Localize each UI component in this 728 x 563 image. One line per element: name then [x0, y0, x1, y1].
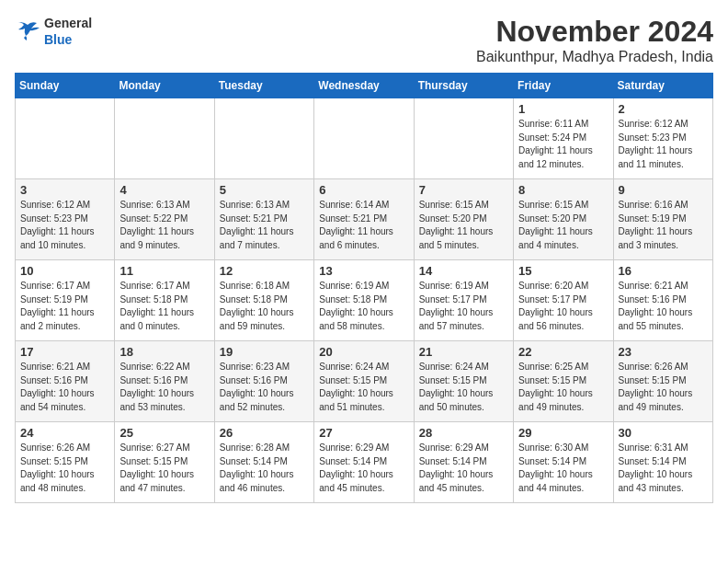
- day-number: 29: [518, 426, 608, 440]
- day-info: Sunrise: 6:31 AM Sunset: 5:14 PM Dayligh…: [619, 442, 708, 495]
- day-number: 18: [119, 345, 209, 359]
- month-title: November 2024: [476, 15, 713, 49]
- day-info: Sunrise: 6:21 AM Sunset: 5:16 PM Dayligh…: [619, 280, 708, 333]
- day-number: 7: [419, 183, 508, 197]
- calendar-week-row: 1Sunrise: 6:11 AM Sunset: 5:24 PM Daylig…: [16, 98, 713, 179]
- weekday-header-tuesday: Tuesday: [214, 74, 313, 98]
- day-info: Sunrise: 6:17 AM Sunset: 5:19 PM Dayligh…: [20, 280, 109, 333]
- calendar-cell: 23Sunrise: 6:26 AM Sunset: 5:15 PM Dayli…: [613, 341, 712, 422]
- day-info: Sunrise: 6:29 AM Sunset: 5:14 PM Dayligh…: [319, 442, 408, 495]
- calendar-cell: 16Sunrise: 6:21 AM Sunset: 5:16 PM Dayli…: [613, 260, 712, 341]
- day-info: Sunrise: 6:12 AM Sunset: 5:23 PM Dayligh…: [619, 118, 708, 171]
- calendar-table: SundayMondayTuesdayWednesdayThursdayFrid…: [15, 73, 713, 503]
- calendar-header-row: SundayMondayTuesdayWednesdayThursdayFrid…: [16, 74, 713, 98]
- calendar-week-row: 17Sunrise: 6:21 AM Sunset: 5:16 PM Dayli…: [16, 341, 713, 422]
- calendar-cell: 22Sunrise: 6:25 AM Sunset: 5:15 PM Dayli…: [514, 341, 613, 422]
- weekday-header-friday: Friday: [514, 74, 613, 98]
- day-number: 16: [619, 264, 708, 278]
- day-info: Sunrise: 6:15 AM Sunset: 5:20 PM Dayligh…: [518, 199, 608, 252]
- calendar-cell: [115, 98, 214, 179]
- day-number: 12: [220, 264, 309, 278]
- logo-text: General Blue: [44, 15, 92, 48]
- day-info: Sunrise: 6:19 AM Sunset: 5:17 PM Dayligh…: [419, 280, 508, 333]
- calendar-cell: 18Sunrise: 6:22 AM Sunset: 5:16 PM Dayli…: [115, 341, 214, 422]
- day-number: 25: [119, 426, 209, 440]
- day-number: 30: [619, 426, 708, 440]
- calendar-cell: 8Sunrise: 6:15 AM Sunset: 5:20 PM Daylig…: [514, 179, 613, 260]
- page-header: General Blue November 2024 Baikunthpur, …: [15, 15, 713, 65]
- day-number: 20: [319, 345, 408, 359]
- calendar-cell: 15Sunrise: 6:20 AM Sunset: 5:17 PM Dayli…: [514, 260, 613, 341]
- day-info: Sunrise: 6:14 AM Sunset: 5:21 PM Dayligh…: [319, 199, 408, 252]
- day-info: Sunrise: 6:19 AM Sunset: 5:18 PM Dayligh…: [319, 280, 408, 333]
- day-number: 4: [119, 183, 209, 197]
- day-number: 24: [20, 426, 109, 440]
- day-number: 26: [220, 426, 309, 440]
- day-number: 8: [518, 183, 608, 197]
- calendar-cell: 21Sunrise: 6:24 AM Sunset: 5:15 PM Dayli…: [414, 341, 513, 422]
- day-info: Sunrise: 6:18 AM Sunset: 5:18 PM Dayligh…: [220, 280, 309, 333]
- calendar-cell: 9Sunrise: 6:16 AM Sunset: 5:19 PM Daylig…: [613, 179, 712, 260]
- calendar-cell: 12Sunrise: 6:18 AM Sunset: 5:18 PM Dayli…: [214, 260, 313, 341]
- calendar-cell: 6Sunrise: 6:14 AM Sunset: 5:21 PM Daylig…: [314, 179, 414, 260]
- calendar-cell: 11Sunrise: 6:17 AM Sunset: 5:18 PM Dayli…: [115, 260, 214, 341]
- day-number: 6: [319, 183, 408, 197]
- weekday-header-monday: Monday: [115, 74, 214, 98]
- day-number: 3: [20, 183, 109, 197]
- day-info: Sunrise: 6:30 AM Sunset: 5:14 PM Dayligh…: [518, 442, 608, 495]
- calendar-title-block: November 2024 Baikunthpur, Madhya Prades…: [476, 15, 713, 65]
- day-info: Sunrise: 6:26 AM Sunset: 5:15 PM Dayligh…: [619, 361, 708, 414]
- day-number: 17: [20, 345, 109, 359]
- day-number: 9: [619, 183, 708, 197]
- day-info: Sunrise: 6:13 AM Sunset: 5:21 PM Dayligh…: [220, 199, 309, 252]
- day-info: Sunrise: 6:12 AM Sunset: 5:23 PM Dayligh…: [20, 199, 109, 252]
- day-number: 21: [419, 345, 508, 359]
- day-number: 1: [518, 102, 608, 116]
- day-number: 19: [220, 345, 309, 359]
- day-info: Sunrise: 6:26 AM Sunset: 5:15 PM Dayligh…: [20, 442, 109, 495]
- calendar-cell: [214, 98, 313, 179]
- calendar-cell: 27Sunrise: 6:29 AM Sunset: 5:14 PM Dayli…: [314, 422, 414, 503]
- calendar-cell: 29Sunrise: 6:30 AM Sunset: 5:14 PM Dayli…: [514, 422, 613, 503]
- calendar-cell: 26Sunrise: 6:28 AM Sunset: 5:14 PM Dayli…: [214, 422, 313, 503]
- weekday-header-saturday: Saturday: [613, 74, 712, 98]
- day-number: 14: [419, 264, 508, 278]
- weekday-header-wednesday: Wednesday: [314, 74, 414, 98]
- calendar-week-row: 3Sunrise: 6:12 AM Sunset: 5:23 PM Daylig…: [16, 179, 713, 260]
- weekday-header-thursday: Thursday: [414, 74, 513, 98]
- day-info: Sunrise: 6:17 AM Sunset: 5:18 PM Dayligh…: [119, 280, 209, 333]
- day-info: Sunrise: 6:28 AM Sunset: 5:14 PM Dayligh…: [220, 442, 309, 495]
- calendar-cell: 28Sunrise: 6:29 AM Sunset: 5:14 PM Dayli…: [414, 422, 513, 503]
- calendar-cell: 5Sunrise: 6:13 AM Sunset: 5:21 PM Daylig…: [214, 179, 313, 260]
- day-info: Sunrise: 6:15 AM Sunset: 5:20 PM Dayligh…: [419, 199, 508, 252]
- day-number: 13: [319, 264, 408, 278]
- day-info: Sunrise: 6:22 AM Sunset: 5:16 PM Dayligh…: [119, 361, 209, 414]
- calendar-cell: 24Sunrise: 6:26 AM Sunset: 5:15 PM Dayli…: [16, 422, 115, 503]
- calendar-cell: 3Sunrise: 6:12 AM Sunset: 5:23 PM Daylig…: [16, 179, 115, 260]
- calendar-cell: [314, 98, 414, 179]
- day-number: 10: [20, 264, 109, 278]
- calendar-cell: 2Sunrise: 6:12 AM Sunset: 5:23 PM Daylig…: [613, 98, 712, 179]
- day-info: Sunrise: 6:23 AM Sunset: 5:16 PM Dayligh…: [220, 361, 309, 414]
- calendar-cell: 1Sunrise: 6:11 AM Sunset: 5:24 PM Daylig…: [514, 98, 613, 179]
- day-number: 28: [419, 426, 508, 440]
- weekday-header-sunday: Sunday: [16, 74, 115, 98]
- day-info: Sunrise: 6:27 AM Sunset: 5:15 PM Dayligh…: [119, 442, 209, 495]
- calendar-cell: 19Sunrise: 6:23 AM Sunset: 5:16 PM Dayli…: [214, 341, 313, 422]
- day-number: 5: [220, 183, 309, 197]
- calendar-week-row: 24Sunrise: 6:26 AM Sunset: 5:15 PM Dayli…: [16, 422, 713, 503]
- calendar-cell: 30Sunrise: 6:31 AM Sunset: 5:14 PM Dayli…: [613, 422, 712, 503]
- calendar-cell: 13Sunrise: 6:19 AM Sunset: 5:18 PM Dayli…: [314, 260, 414, 341]
- calendar-cell: 25Sunrise: 6:27 AM Sunset: 5:15 PM Dayli…: [115, 422, 214, 503]
- day-info: Sunrise: 6:13 AM Sunset: 5:22 PM Dayligh…: [119, 199, 209, 252]
- calendar-cell: 17Sunrise: 6:21 AM Sunset: 5:16 PM Dayli…: [16, 341, 115, 422]
- day-number: 15: [518, 264, 608, 278]
- calendar-cell: [16, 98, 115, 179]
- location-title: Baikunthpur, Madhya Pradesh, India: [476, 49, 713, 65]
- calendar-cell: 14Sunrise: 6:19 AM Sunset: 5:17 PM Dayli…: [414, 260, 513, 341]
- day-number: 23: [619, 345, 708, 359]
- day-info: Sunrise: 6:20 AM Sunset: 5:17 PM Dayligh…: [518, 280, 608, 333]
- day-info: Sunrise: 6:11 AM Sunset: 5:24 PM Dayligh…: [518, 118, 608, 171]
- day-number: 22: [518, 345, 608, 359]
- logo-bird-icon: [15, 21, 40, 41]
